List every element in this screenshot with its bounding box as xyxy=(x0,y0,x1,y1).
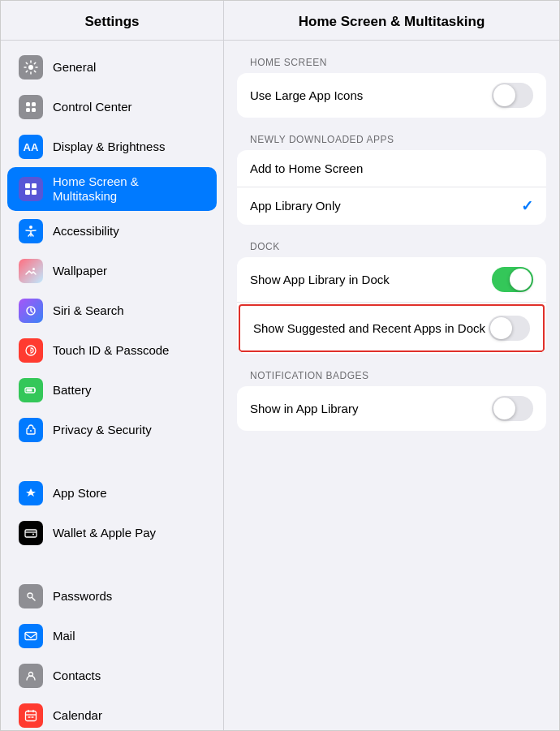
svg-rect-6 xyxy=(32,183,37,188)
svg-rect-13 xyxy=(27,389,32,392)
add-home-label: Add to Home Screen xyxy=(250,161,533,177)
sidebar-item-control-label: Control Center xyxy=(53,100,132,114)
svg-point-0 xyxy=(28,65,33,70)
sidebar-item-siri[interactable]: Siri & Search xyxy=(7,291,217,330)
settings-group-dock: Show App Library in Dock Show Suggested … xyxy=(237,257,546,354)
sidebar-item-passwords-label: Passwords xyxy=(53,589,112,604)
sidebar-item-contacts-label: Contacts xyxy=(53,669,101,683)
sidebar-item-display-label: Display & Brightness xyxy=(53,140,165,154)
privacy-icon xyxy=(19,418,43,442)
svg-rect-3 xyxy=(26,108,30,112)
sidebar-item-calendar[interactable]: Calendar xyxy=(7,696,217,730)
show-suggested-toggle-thumb xyxy=(490,317,512,339)
sidebar-item-mail-label: Mail xyxy=(53,629,75,643)
touchid-icon xyxy=(19,338,43,363)
show-in-app-library-toggle[interactable] xyxy=(492,396,533,421)
sidebar-item-wallet[interactable]: Wallet & Apple Pay xyxy=(7,514,217,553)
settings-row-large-icons[interactable]: Use Large App Icons xyxy=(237,73,546,118)
section-header-new-apps: NEWLY DOWNLOADED APPS xyxy=(237,134,546,145)
show-app-library-dock-toggle-track xyxy=(492,267,533,292)
svg-rect-20 xyxy=(26,712,37,721)
main-body: HOME SCREEN Use Large App Icons NEWLY DO… xyxy=(224,41,559,463)
show-in-app-library-label: Show in App Library xyxy=(250,401,492,417)
sidebar-item-privacy-label: Privacy & Security xyxy=(53,423,152,437)
sidebar-item-touchid-label: Touch ID & Passcode xyxy=(53,343,169,358)
svg-point-14 xyxy=(30,430,32,432)
large-icons-toggle[interactable] xyxy=(492,83,533,108)
sidebar-title: Settings xyxy=(1,1,223,41)
section-header-badges: NOTIFICATION BADGES xyxy=(237,370,546,381)
sidebar-item-appstore-label: App Store xyxy=(53,486,107,501)
show-suggested-label: Show Suggested and Recent Apps in Dock xyxy=(253,320,489,337)
svg-rect-8 xyxy=(32,190,37,195)
settings-row-add-home[interactable]: Add to Home Screen xyxy=(237,150,546,187)
sidebar-section-2: App Store Wallet & Apple Pay xyxy=(1,467,223,560)
wallet-icon xyxy=(19,521,43,545)
contacts-icon xyxy=(19,664,43,688)
display-icon: AA xyxy=(19,135,43,159)
homescreen-icon xyxy=(19,177,43,201)
svg-rect-4 xyxy=(32,108,36,112)
svg-point-9 xyxy=(29,226,32,229)
sidebar-item-mail[interactable]: Mail xyxy=(7,617,217,656)
sidebar-item-privacy[interactable]: Privacy & Security xyxy=(7,411,217,449)
sidebar-item-control-center[interactable]: Control Center xyxy=(7,88,217,127)
sidebar-item-touchid[interactable]: Touch ID & Passcode xyxy=(7,331,217,370)
settings-row-app-library-only[interactable]: App Library Only ✓ xyxy=(237,187,546,225)
main-title: Home Screen & Multitasking xyxy=(224,1,559,41)
sidebar-item-wallpaper[interactable]: Wallpaper xyxy=(7,252,217,290)
sidebar: Settings General Control Center AA Displ… xyxy=(1,1,224,730)
sidebar-item-homescreen-label: Home Screen & Multitasking xyxy=(53,174,205,204)
svg-rect-18 xyxy=(25,633,37,640)
sidebar-item-accessibility-label: Accessibility xyxy=(53,224,119,239)
sidebar-item-battery[interactable]: Battery xyxy=(7,371,217,410)
settings-row-show-suggested[interactable]: Show Suggested and Recent Apps in Dock xyxy=(240,306,543,350)
sidebar-item-wallpaper-label: Wallpaper xyxy=(53,264,107,278)
app-library-only-label: App Library Only xyxy=(250,198,521,214)
highlighted-row-wrapper: Show Suggested and Recent Apps in Dock xyxy=(239,304,545,352)
large-icons-label: Use Large App Icons xyxy=(250,88,492,104)
passwords-icon xyxy=(19,584,43,608)
show-in-app-library-toggle-track xyxy=(492,396,533,421)
sidebar-item-calendar-label: Calendar xyxy=(53,708,102,723)
sidebar-item-homescreen[interactable]: Home Screen & Multitasking xyxy=(7,167,217,211)
settings-group-badges: Show in App Library xyxy=(237,386,546,431)
battery-icon xyxy=(19,378,43,402)
sidebar-item-wallet-label: Wallet & Apple Pay xyxy=(53,526,156,540)
sidebar-item-contacts[interactable]: Contacts xyxy=(7,656,217,695)
general-icon xyxy=(19,55,43,80)
show-app-library-dock-toggle[interactable] xyxy=(492,267,533,292)
app-library-checkmark: ✓ xyxy=(521,197,533,215)
svg-rect-1 xyxy=(26,102,30,106)
main-content: Home Screen & Multitasking HOME SCREEN U… xyxy=(224,1,559,730)
sidebar-item-general[interactable]: General xyxy=(7,48,217,87)
show-app-library-dock-toggle-thumb xyxy=(510,269,532,290)
sidebar-item-appstore[interactable]: App Store xyxy=(7,474,217,513)
svg-rect-15 xyxy=(25,530,37,537)
accessibility-icon xyxy=(19,219,43,243)
mail-icon xyxy=(19,624,43,648)
sidebar-item-display[interactable]: AA Display & Brightness xyxy=(7,127,217,166)
settings-row-show-app-library-dock[interactable]: Show App Library in Dock xyxy=(237,257,546,303)
wallpaper-icon xyxy=(19,259,43,283)
settings-group-homescreen: Use Large App Icons xyxy=(237,73,546,118)
show-in-app-library-toggle-thumb xyxy=(493,398,515,419)
show-app-library-dock-label: Show App Library in Dock xyxy=(250,272,492,288)
show-suggested-toggle[interactable] xyxy=(489,316,530,341)
section-header-homescreen: HOME SCREEN xyxy=(237,57,546,68)
sidebar-section-1: General Control Center AA Display & Brig… xyxy=(1,41,223,457)
settings-row-show-in-app-library[interactable]: Show in App Library xyxy=(237,386,546,431)
sidebar-section-3: Passwords Mail Contacts Calendar xyxy=(1,570,223,730)
siri-icon xyxy=(19,299,43,323)
sidebar-item-passwords[interactable]: Passwords xyxy=(7,577,217,616)
app-container: Settings General Control Center AA Displ… xyxy=(0,0,560,731)
svg-point-10 xyxy=(32,268,35,270)
control-center-icon xyxy=(19,95,43,119)
show-suggested-toggle-track xyxy=(489,316,530,341)
svg-point-16 xyxy=(32,534,34,535)
large-icons-toggle-track xyxy=(492,83,533,108)
svg-rect-2 xyxy=(32,102,36,106)
sidebar-item-siri-label: Siri & Search xyxy=(53,303,124,318)
sidebar-item-accessibility[interactable]: Accessibility xyxy=(7,212,217,251)
sidebar-item-battery-label: Battery xyxy=(53,383,92,398)
